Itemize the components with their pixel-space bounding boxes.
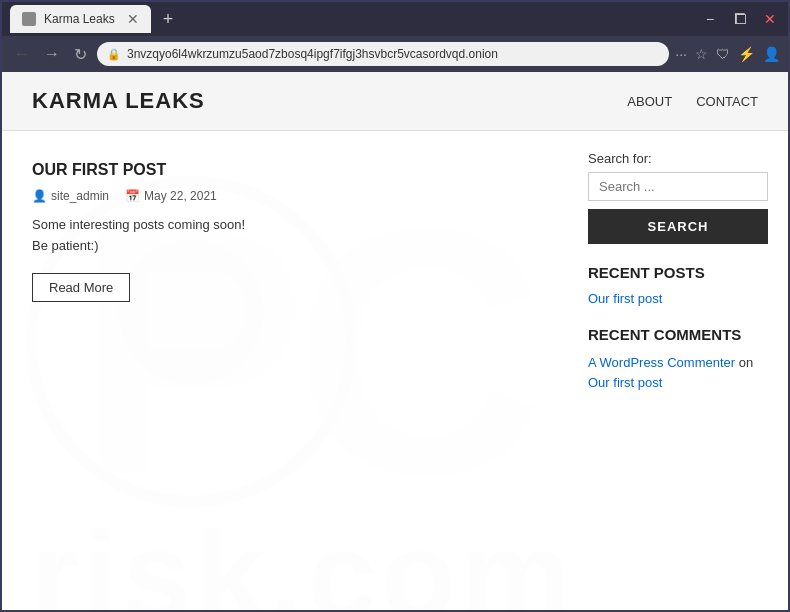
site-main: PC risk.com OUR FIRST POST 👤 site_admin	[2, 131, 788, 610]
url-text: 3nvzqyo6l4wkrzumzu5aod7zbosq4ipgf7ifgj3h…	[127, 47, 659, 61]
address-input[interactable]: 🔒 3nvzqyo6l4wkrzumzu5aod7zbosq4ipgf7ifgj…	[97, 42, 669, 66]
comment-author-link[interactable]: A WordPress Commenter	[588, 355, 735, 370]
tab-title: Karma Leaks	[44, 12, 115, 26]
content-left: OUR FIRST POST 👤 site_admin 📅 May 22, 20…	[2, 131, 568, 610]
post-meta: 👤 site_admin 📅 May 22, 2021	[32, 189, 538, 203]
extensions-icon[interactable]: ⚡	[738, 46, 755, 62]
post-excerpt: Some interesting posts coming soon! Be p…	[32, 215, 538, 257]
site-nav: ABOUT CONTACT	[627, 94, 758, 109]
new-tab-button[interactable]: +	[155, 9, 182, 30]
bookmark-icon[interactable]: ☆	[695, 46, 708, 62]
author-icon: 👤	[32, 189, 47, 203]
title-bar: Karma Leaks ✕ + − ⧠ ✕	[2, 2, 788, 36]
window-controls: − ⧠ ✕	[700, 9, 780, 29]
post-date: 📅 May 22, 2021	[125, 189, 217, 203]
recent-comments-section: RECENT COMMENTS A WordPress Commenter on…	[588, 326, 768, 392]
search-label: Search for:	[588, 151, 768, 166]
lock-icon: 🔒	[107, 48, 121, 61]
refresh-button[interactable]: ↻	[70, 43, 91, 66]
shield-icon[interactable]: 🛡	[716, 46, 730, 62]
minimize-button[interactable]: −	[700, 9, 720, 29]
search-input[interactable]	[588, 172, 768, 201]
browser-window: Karma Leaks ✕ + − ⧠ ✕ ← → ↻ 🔒 3nvzqyo6l4…	[0, 0, 790, 612]
site-header: KARMA LEAKS ABOUT CONTACT	[2, 72, 788, 131]
post-author: 👤 site_admin	[32, 189, 109, 203]
nav-contact[interactable]: CONTACT	[696, 94, 758, 109]
date-icon: 📅	[125, 189, 140, 203]
recent-post-link[interactable]: Our first post	[588, 291, 768, 306]
comment-on-text: on	[739, 355, 753, 370]
profile-icon[interactable]: 👤	[763, 46, 780, 62]
forward-button[interactable]: →	[40, 43, 64, 65]
sidebar: Search for: SEARCH RECENT POSTS Our firs…	[568, 131, 788, 610]
site-title: KARMA LEAKS	[32, 88, 205, 114]
read-more-button[interactable]: Read More	[32, 273, 130, 302]
comment-post-link[interactable]: Our first post	[588, 375, 662, 390]
restore-button[interactable]: ⧠	[730, 9, 750, 29]
back-button[interactable]: ←	[10, 43, 34, 65]
site-content: KARMA LEAKS ABOUT CONTACT PC risk.com	[2, 72, 788, 610]
recent-posts-title: RECENT POSTS	[588, 264, 768, 281]
browser-tab[interactable]: Karma Leaks ✕	[10, 5, 151, 33]
nav-about[interactable]: ABOUT	[627, 94, 672, 109]
address-bar: ← → ↻ 🔒 3nvzqyo6l4wkrzumzu5aod7zbosq4ipg…	[2, 36, 788, 72]
recent-comment: A WordPress Commenter on Our first post	[588, 353, 768, 392]
close-button[interactable]: ✕	[760, 9, 780, 29]
toolbar-icons: ··· ☆ 🛡 ⚡ 👤	[675, 46, 780, 62]
tab-favicon	[22, 12, 36, 26]
tab-close-icon[interactable]: ✕	[127, 11, 139, 27]
post-title: OUR FIRST POST	[32, 161, 538, 179]
recent-comments-title: RECENT COMMENTS	[588, 326, 768, 343]
more-options-icon[interactable]: ···	[675, 46, 687, 62]
search-button[interactable]: SEARCH	[588, 209, 768, 244]
